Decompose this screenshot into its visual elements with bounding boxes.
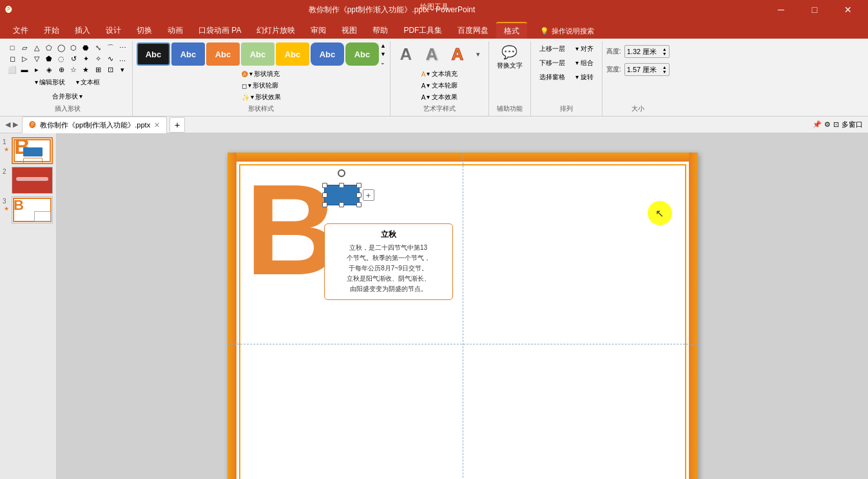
shape-cell[interactable]: ⊞ [92, 64, 104, 75]
shape-effect-btn[interactable]: ✨ ▾ 形状效果 [238, 91, 285, 103]
shape-cell[interactable]: ☆ [68, 64, 79, 75]
shape-cell[interactable]: ▾ [117, 64, 128, 75]
tab-slideshow[interactable]: 幻灯片放映 [249, 22, 303, 39]
shape-cell[interactable]: ⬣ [80, 42, 92, 53]
width-spin[interactable]: ▲ ▼ [662, 65, 667, 74]
tab-file[interactable]: 文件 [5, 22, 36, 39]
edit-shape-button[interactable]: ▾ 编辑形状 [30, 76, 70, 89]
shape-cell[interactable]: ✦ [80, 53, 92, 64]
shape-cell[interactable]: ★ [80, 64, 92, 75]
style-btn-6[interactable]: Abc [311, 42, 344, 66]
style-btn-1[interactable]: Abc [137, 42, 170, 66]
slide-thumb-1[interactable]: 1 B ★ [3, 137, 53, 164]
tab-review[interactable]: 审阅 [303, 22, 334, 39]
selected-shape-wrapper[interactable]: + [324, 185, 360, 205]
move-up-btn[interactable]: 上移一层 [535, 42, 570, 55]
shape-cell[interactable]: ⬠ [43, 42, 55, 53]
text-effect-btn[interactable]: A ▾ 文本效果 [418, 91, 461, 103]
slide-img-3[interactable]: B [12, 196, 53, 223]
maximize-button[interactable]: □ [800, 0, 829, 19]
shape-cell[interactable]: ▬ [19, 64, 30, 75]
shape-cell[interactable]: ⬟ [43, 53, 55, 64]
search-area[interactable]: 💡 操作说明搜索 [540, 26, 594, 36]
close-button[interactable]: ✕ [833, 0, 863, 19]
handle-bottom-middle[interactable] [339, 202, 344, 207]
text-fill-btn[interactable]: A ▾ 文本填充 [418, 68, 461, 80]
merge-shapes-button[interactable]: 合并形状 ▾ [48, 90, 88, 103]
nav-right[interactable]: ▶ [13, 120, 18, 129]
restore-icon[interactable]: ⊡ [833, 120, 839, 129]
rotate-handle[interactable] [338, 169, 345, 177]
width-input[interactable]: 1.57 厘米 ▲ ▼ [624, 63, 670, 76]
height-up[interactable]: ▲ [662, 47, 667, 52]
textbox-button[interactable]: ▾ 文本框 [72, 76, 105, 89]
group-btn[interactable]: ▾ 组合 [571, 57, 598, 70]
handle-middle-left[interactable] [322, 193, 327, 198]
shape-cell[interactable]: ◈ [43, 64, 55, 75]
shape-cell[interactable]: ⊡ [104, 64, 116, 75]
settings-icon[interactable]: ⚙ [824, 120, 831, 129]
shape-cell[interactable]: ▸ [31, 64, 43, 75]
align-btn[interactable]: ▾ 对齐 [571, 42, 598, 55]
tab-add-button[interactable]: + [169, 117, 185, 133]
shape-cell[interactable]: ◯ [55, 42, 67, 53]
shape-cell[interactable]: ⋯ [117, 42, 128, 53]
shape-cell[interactable]: △ [31, 42, 43, 53]
tab-help[interactable]: 帮助 [365, 22, 396, 39]
tab-view[interactable]: 视图 [334, 22, 365, 39]
shape-cell[interactable]: ▷ [19, 53, 30, 64]
handle-bottom-right[interactable] [356, 202, 362, 207]
shape-cell[interactable]: ✧ [92, 53, 104, 64]
shape-cell[interactable]: ⊕ [55, 64, 67, 75]
multiwindow-label[interactable]: 多窗口 [842, 120, 863, 129]
tab-design[interactable]: 设计 [98, 22, 129, 39]
tab-pa[interactable]: 口袋动画 PA [191, 22, 249, 39]
shape-cell[interactable]: … [117, 53, 128, 64]
art-A2[interactable]: A [420, 42, 443, 66]
add-element-button[interactable]: + [363, 189, 374, 201]
height-input[interactable]: 1.32 厘米 ▲ ▼ [624, 45, 670, 58]
shape-cell[interactable]: ∿ [104, 53, 116, 64]
text-outline-btn[interactable]: A ▾ 文本轮廓 [418, 80, 461, 91]
shape-cell[interactable]: □ [6, 42, 18, 53]
tab-transitions[interactable]: 切换 [129, 22, 160, 39]
tab-format[interactable]: 格式 [496, 22, 527, 39]
handle-top-middle[interactable] [339, 183, 344, 188]
art-A1[interactable]: A [394, 42, 418, 66]
styles-scroll-up[interactable]: ▲ [380, 42, 386, 49]
slide-thumb-3[interactable]: 3 B ★ [3, 196, 53, 223]
replace-text-btn[interactable]: 💬 替换文字 [493, 42, 526, 72]
pin-icon[interactable]: 📌 [813, 120, 822, 129]
slide-img-2[interactable] [12, 167, 53, 194]
handle-top-left[interactable] [322, 183, 327, 188]
nav-left[interactable]: ◀ [5, 120, 10, 129]
shape-cell[interactable]: ◌ [55, 53, 67, 64]
styles-scroll-down[interactable]: ▼ [380, 51, 386, 57]
height-spin[interactable]: ▲ ▼ [662, 47, 667, 56]
shape-cell[interactable]: ⌒ [104, 42, 116, 53]
selected-shape[interactable]: + [324, 185, 360, 205]
style-btn-5[interactable]: Abc [276, 42, 309, 66]
shape-outline-btn[interactable]: ◻ ▾ 形状轮廓 [238, 80, 285, 91]
style-btn-7[interactable]: Abc [345, 42, 379, 66]
style-btn-4[interactable]: Abc [241, 42, 275, 66]
tab-baidu[interactable]: 百度网盘 [450, 22, 496, 39]
styles-expand[interactable]: ⌄ [380, 59, 386, 66]
rotate-btn[interactable]: ▾ 旋转 [571, 71, 598, 84]
tab-insert[interactable]: 插入 [67, 22, 98, 39]
shape-cell[interactable]: ⤡ [92, 42, 104, 53]
tab-pdf[interactable]: PDF工具集 [396, 22, 450, 39]
move-down-btn[interactable]: 下移一层 [535, 57, 570, 70]
shape-cell[interactable]: ↺ [68, 53, 79, 64]
shape-cell[interactable]: ◻ [6, 53, 18, 64]
art-A3[interactable]: A [446, 42, 469, 66]
tab-home[interactable]: 开始 [36, 22, 67, 39]
slide-thumb-2[interactable]: 2 [3, 167, 53, 194]
style-btn-2[interactable]: Abc [171, 42, 205, 66]
width-down[interactable]: ▼ [662, 70, 667, 74]
doc-tab[interactable]: 🅟 教你制作《ppt制作渐入功能》.pptx ✕ [22, 117, 167, 133]
shape-fill-btn[interactable]: 🅐 ▾ 形状填充 [238, 68, 285, 80]
handle-top-right[interactable] [356, 183, 362, 188]
content-textbox[interactable]: 立秋 立秋，是二十四节气中第13个节气。秋季的第一个节气，于每年公历8月7~9日… [324, 223, 453, 300]
width-up[interactable]: ▲ [662, 65, 667, 70]
